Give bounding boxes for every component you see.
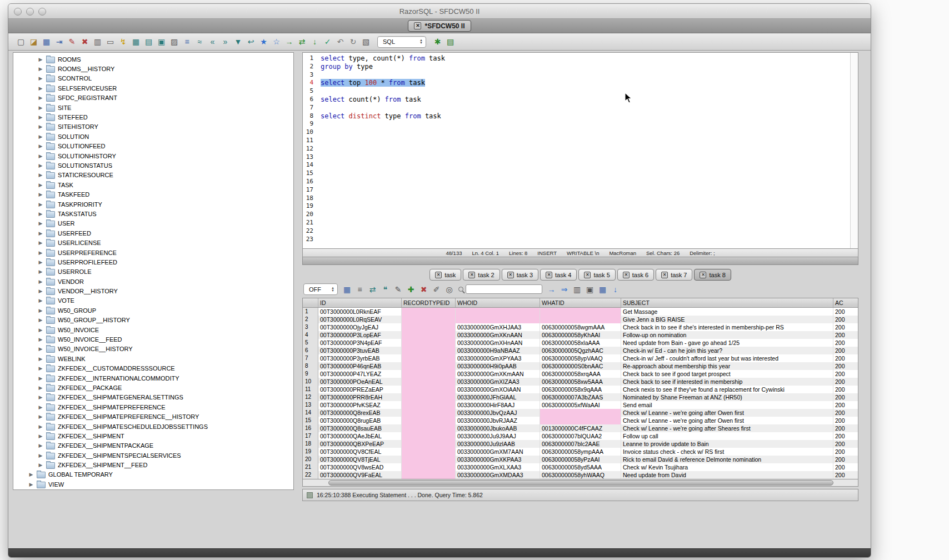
row-number[interactable]: 20 — [303, 456, 318, 463]
session-list-icon[interactable]: ▤ — [444, 36, 456, 48]
edit-cell-icon[interactable]: ✎ — [392, 283, 404, 295]
grid-cell[interactable]: Check back in to see if she's interested… — [621, 323, 833, 331]
tree-item-sitehistory[interactable]: ▶SITEHISTORY — [13, 122, 293, 132]
save-results-icon[interactable]: ▦ — [341, 283, 353, 295]
grid-cell[interactable]: Re-approach about membership this year — [621, 362, 833, 370]
code-line[interactable] — [321, 128, 850, 137]
grid-cell[interactable] — [540, 316, 621, 323]
grid-cell[interactable] — [402, 409, 456, 417]
generate-ddl-icon[interactable]: ≡ — [181, 36, 193, 48]
code-line[interactable] — [321, 236, 850, 244]
grid-cell[interactable]: 0033000000JbvRJAAZ — [456, 417, 540, 424]
grid-cell[interactable]: 00T3000000P3N4pEAF — [318, 339, 402, 347]
grid-cell[interactable]: 006300000058ypVAAQ — [540, 354, 621, 362]
tree-item-user[interactable]: ▶USER — [13, 219, 293, 228]
grid-cell[interactable]: 0033000000Ju9zlAAB — [456, 440, 540, 448]
results-tab-task-8[interactable]: ✕task 8 — [694, 269, 731, 281]
tree-item-zkfedex-shipmentpackage[interactable]: ▶ZKFEDEX__SHIPMENTPACKAGE — [13, 441, 293, 451]
grid-cell[interactable] — [402, 463, 456, 471]
grid-cell[interactable]: 200 — [833, 323, 858, 331]
statement-type-select[interactable]: SQL ▲▼ — [377, 36, 426, 48]
grid-cell[interactable]: 0033000000H9aNBAAZ — [456, 347, 540, 354]
grid-cell[interactable]: 200 — [833, 463, 858, 471]
tree-item-userpreference[interactable]: ▶USERPREFERENCE — [13, 248, 293, 257]
tree-item-zkfedex-shipment-feed[interactable]: ▶ZKFEDEX__SHIPMENT__FEED — [13, 460, 293, 469]
grid-cell[interactable]: 00T3000000QV8wsEAD — [318, 463, 402, 471]
grid-cell[interactable]: 006300000058ympAAA — [540, 448, 621, 456]
disclosure-triangle-icon[interactable]: ▶ — [38, 134, 43, 139]
table-info-icon[interactable]: ▤ — [143, 36, 154, 48]
disclosure-triangle-icon[interactable]: ▶ — [38, 259, 43, 265]
grid-cell[interactable]: 0033000000GmXMDAA3 — [456, 471, 540, 479]
tree-item-site[interactable]: ▶SITE — [13, 103, 293, 112]
column-header-ac[interactable]: AC — [833, 298, 858, 307]
grid-cell[interactable]: Follow-up on nomination — [621, 331, 833, 339]
tree-item-zkfedex-shipmatepreference[interactable]: ▶ZKFEDEX__SHIPMATEPREFERENCE — [13, 402, 293, 412]
row-number[interactable]: 3 — [303, 323, 318, 331]
tree-item-userrole[interactable]: ▶USERROLE — [13, 267, 293, 277]
code-line[interactable] — [321, 120, 850, 128]
grid-cell[interactable] — [402, 308, 456, 316]
row-number[interactable]: 12 — [303, 393, 318, 401]
tree-item-w50-invoice-feed[interactable]: ▶W50_INVOICE__FEED — [13, 334, 293, 344]
grid-cell[interactable] — [402, 386, 456, 393]
filter-results-icon[interactable]: ≡ — [354, 283, 366, 295]
code-line[interactable]: select type, count(*) from task — [321, 54, 850, 63]
grid-cell[interactable] — [402, 362, 456, 370]
scroll-bottom-icon[interactable]: ↓ — [610, 283, 621, 295]
results-tab-task-7[interactable]: ✕task 7 — [656, 269, 692, 281]
grid-cell[interactable] — [402, 393, 456, 401]
grid-cell[interactable]: 00630000005QgzhAAC — [540, 347, 621, 354]
tree-item-selfserviceuser[interactable]: ▶SELFSERVICEUSER — [13, 83, 293, 93]
row-number[interactable]: 16 — [303, 424, 318, 432]
grid-cell[interactable] — [540, 308, 621, 316]
disclosure-triangle-icon[interactable]: ▶ — [38, 385, 43, 391]
tree-item-zkfedex-shipmategeneralsettings[interactable]: ▶ZKFEDEX__SHIPMATEGENERALSETTINGS — [13, 393, 293, 402]
tree-item-vote[interactable]: ▶VOTE — [13, 296, 293, 306]
grid-cell[interactable]: 0033000000JbvQzAAJ — [456, 409, 540, 417]
format-sql-icon[interactable]: ≈ — [194, 36, 206, 48]
tree-item-w50-invoice[interactable]: ▶W50_INVOICE — [13, 325, 293, 334]
row-number[interactable]: 6 — [303, 347, 318, 354]
disclosure-triangle-icon[interactable]: ▶ — [38, 163, 43, 168]
grid-cell[interactable]: 200 — [833, 316, 858, 323]
disclosure-triangle-icon[interactable]: ▶ — [38, 124, 43, 129]
grid-cell[interactable]: 006300000058yd5AAA — [540, 463, 621, 471]
disclosure-triangle-icon[interactable]: ▶ — [38, 240, 43, 246]
grid-cell[interactable]: 200 — [833, 386, 858, 393]
grid-cell[interactable]: 00T3000000L0RknEAF — [318, 308, 402, 316]
grid-cell[interactable]: Invoice status check - check w/ RS first — [621, 448, 833, 456]
tree-item-userlicense[interactable]: ▶USERLICENSE — [13, 238, 293, 247]
row-number[interactable]: 4 — [303, 331, 318, 339]
grid-cell[interactable]: 0033000000GmXLXAA3 — [456, 463, 540, 471]
grid-cell[interactable]: 200 — [833, 432, 858, 440]
grid-cell[interactable]: 200 — [833, 456, 858, 463]
grid-cell[interactable]: 006300000058x9qAAA — [540, 386, 621, 393]
code-line[interactable] — [321, 211, 850, 219]
column-header-recordtypeid[interactable]: RECORDTYPEID — [402, 298, 456, 307]
indent-right-icon[interactable]: » — [219, 36, 231, 48]
sql-editor[interactable]: 1234567891011121314151617181920212223 se… — [302, 52, 858, 249]
grid-cell[interactable]: 200 — [833, 424, 858, 432]
code-line[interactable] — [321, 227, 850, 236]
panel-splitter[interactable] — [294, 52, 302, 490]
code-line[interactable] — [321, 194, 850, 203]
disclosure-triangle-icon[interactable]: ▶ — [38, 211, 43, 217]
grid-cell[interactable] — [402, 354, 456, 362]
save-file-icon[interactable]: ▦ — [41, 36, 52, 48]
grid-cell[interactable]: 0013000000C4fFCAAZ — [540, 424, 621, 432]
grid-cell[interactable] — [402, 440, 456, 448]
grid-cell[interactable]: 00T3000000POeAnEAL — [318, 378, 402, 386]
grid-cell[interactable]: 006300000058yKhAAI — [540, 331, 621, 339]
grid-cell[interactable]: 0033000000GmXHJAA3 — [456, 323, 540, 331]
disclosure-triangle-icon[interactable]: ▶ — [38, 143, 43, 149]
favorites-star-icon[interactable]: ★ — [258, 36, 269, 48]
code-line[interactable] — [321, 87, 850, 96]
row-limit-select[interactable]: OFF ▲▼ — [303, 283, 338, 295]
grid-cell[interactable]: 0033000000H9i0pAAB — [456, 362, 540, 370]
grid-cell[interactable]: Check w/ Leanne - we're going after Owen… — [621, 409, 833, 417]
grid-cell[interactable] — [402, 331, 456, 339]
zoom-window-button[interactable] — [38, 8, 46, 16]
row-number[interactable]: 10 — [303, 378, 318, 386]
grid-cell[interactable]: 0033000000Ju9J9AAJ — [456, 432, 540, 440]
